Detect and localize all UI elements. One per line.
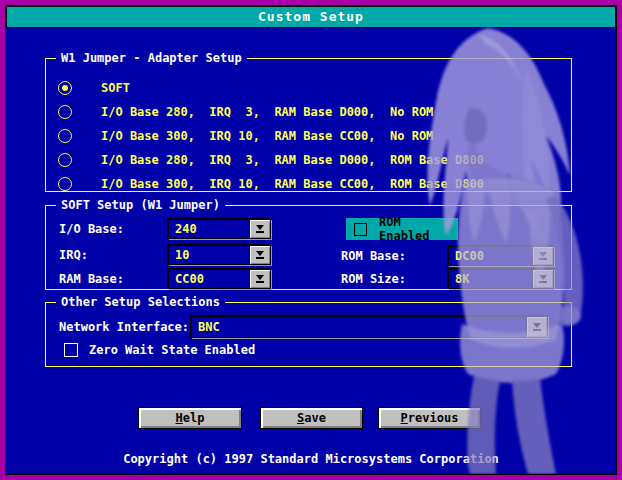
ram-base-value: CC00 bbox=[169, 270, 249, 288]
save-button-label: ave bbox=[304, 411, 326, 425]
radio-button-icon[interactable] bbox=[58, 105, 72, 119]
radio-option-label: I/O Base 280, IRQ 3, RAM Base D000, No R… bbox=[101, 105, 433, 119]
ram-base-combo[interactable]: CC00 bbox=[168, 269, 271, 289]
network-interface-combo[interactable]: BNC bbox=[191, 316, 548, 338]
previous-button[interactable]: Previous bbox=[378, 407, 481, 429]
dropdown-arrow-button[interactable] bbox=[526, 317, 547, 337]
radio-button-icon[interactable] bbox=[58, 129, 72, 143]
network-interface-value: BNC bbox=[192, 317, 526, 337]
dropdown-arrow-icon bbox=[539, 275, 547, 283]
radio-option-300-irq10-norom[interactable]: I/O Base 300, IRQ 10, RAM Base CC00, No … bbox=[58, 128, 433, 144]
radio-option-label: SOFT bbox=[101, 81, 130, 95]
dropdown-arrow-icon bbox=[256, 275, 264, 283]
radio-option-280-irq3-rom[interactable]: I/O Base 280, IRQ 3, RAM Base D000, ROM … bbox=[58, 152, 484, 168]
dropdown-arrow-icon bbox=[539, 252, 547, 260]
radio-option-soft[interactable]: SOFT bbox=[58, 80, 130, 96]
rom-base-value: DC00 bbox=[449, 247, 532, 265]
adapter-setup-group-title: W1 Jumper - Adapter Setup bbox=[56, 51, 247, 65]
save-button[interactable]: Save bbox=[260, 407, 363, 429]
dropdown-arrow-button[interactable] bbox=[249, 270, 270, 288]
radio-button-icon[interactable] bbox=[58, 153, 72, 167]
irq-label: IRQ: bbox=[59, 245, 88, 265]
radio-option-label: I/O Base 280, IRQ 3, RAM Base D000, ROM … bbox=[101, 153, 484, 167]
irq-value: 10 bbox=[169, 246, 249, 264]
radio-option-300-irq10-rom[interactable]: I/O Base 300, IRQ 10, RAM Base CC00, ROM… bbox=[58, 176, 484, 192]
radio-option-280-irq3-norom[interactable]: I/O Base 280, IRQ 3, RAM Base D000, No R… bbox=[58, 104, 433, 120]
io-base-label: I/O Base: bbox=[59, 219, 124, 239]
io-base-value: 240 bbox=[169, 220, 249, 238]
dropdown-arrow-icon bbox=[533, 323, 541, 331]
rom-size-combo[interactable]: 8K bbox=[448, 269, 554, 289]
zero-wait-state-label: Zero Wait State Enabled bbox=[89, 343, 255, 357]
copyright-text: Copyright (c) 1997 Standard Microsystems… bbox=[0, 452, 622, 466]
other-setup-group: Other Setup Selections Network Interface… bbox=[45, 302, 572, 367]
help-button-label: elp bbox=[183, 411, 205, 425]
network-interface-label: Network Interface: bbox=[59, 316, 189, 338]
previous-button-accesskey: P bbox=[401, 411, 408, 425]
radio-button-icon[interactable] bbox=[58, 177, 72, 191]
soft-setup-group: SOFT Setup (W1 Jumper) I/O Base: 240 IRQ… bbox=[45, 205, 572, 290]
zero-wait-state-checkbox[interactable] bbox=[64, 343, 78, 357]
other-setup-group-title: Other Setup Selections bbox=[56, 295, 225, 309]
custom-setup-window: Custom Setup W1 Jumper - Adapter Setup S… bbox=[0, 0, 622, 480]
previous-button-label: revious bbox=[408, 411, 459, 425]
rom-enabled-checkbox[interactable] bbox=[354, 223, 367, 236]
dropdown-arrow-button[interactable] bbox=[532, 270, 553, 288]
radio-option-label: I/O Base 300, IRQ 10, RAM Base CC00, ROM… bbox=[101, 177, 484, 191]
rom-enabled-checkbox-row[interactable]: ROM Enabled bbox=[346, 218, 458, 240]
ram-base-label: RAM Base: bbox=[59, 269, 124, 289]
rom-size-label: ROM Size: bbox=[341, 269, 406, 289]
dropdown-arrow-icon bbox=[256, 225, 264, 233]
rom-enabled-label: ROM Enabled bbox=[379, 215, 450, 243]
dropdown-arrow-button[interactable] bbox=[249, 220, 270, 238]
dropdown-arrow-button[interactable] bbox=[249, 246, 270, 264]
dropdown-arrow-button[interactable] bbox=[532, 247, 553, 265]
io-base-combo[interactable]: 240 bbox=[168, 219, 271, 239]
rom-base-combo[interactable]: DC00 bbox=[448, 246, 554, 266]
rom-size-value: 8K bbox=[449, 270, 532, 288]
rom-base-label: ROM Base: bbox=[341, 246, 406, 266]
zero-wait-state-row[interactable]: Zero Wait State Enabled bbox=[64, 343, 255, 357]
radio-button-icon[interactable] bbox=[58, 81, 72, 95]
help-button-accesskey: H bbox=[176, 411, 183, 425]
help-button[interactable]: Help bbox=[138, 407, 242, 429]
radio-option-label: I/O Base 300, IRQ 10, RAM Base CC00, No … bbox=[101, 129, 433, 143]
dropdown-arrow-icon bbox=[256, 251, 264, 259]
adapter-setup-group: W1 Jumper - Adapter Setup SOFT I/O Base … bbox=[45, 58, 572, 192]
irq-combo[interactable]: 10 bbox=[168, 245, 271, 265]
soft-setup-group-title: SOFT Setup (W1 Jumper) bbox=[56, 198, 225, 212]
radio-selected-dot bbox=[62, 85, 68, 91]
